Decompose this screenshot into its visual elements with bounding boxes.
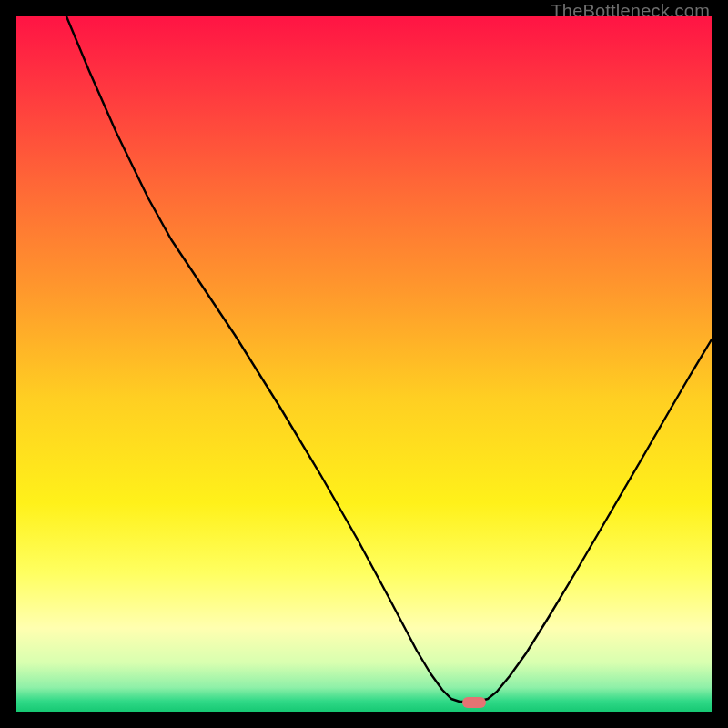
plot-area <box>16 16 712 712</box>
bottleneck-chart <box>16 16 712 712</box>
chart-frame: TheBottleneck.com <box>0 0 728 728</box>
gradient-background <box>16 16 712 712</box>
optimal-point-marker <box>462 697 486 708</box>
